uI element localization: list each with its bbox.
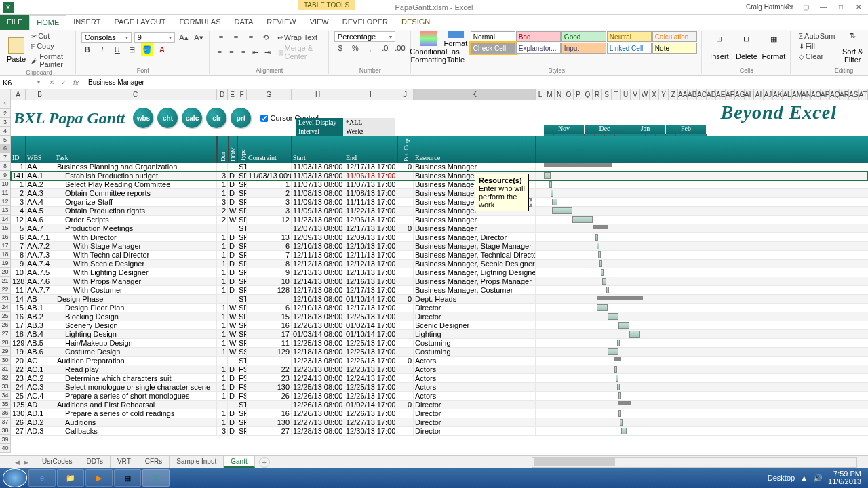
cht-button[interactable]: cht [157,108,178,128]
border-button[interactable]: ⊞ [126,43,138,56]
column-headers[interactable]: ABCDEFGHIJKLMNOPQRSTUVWXYZAAABACADAEAFAG… [0,89,868,100]
align-top-icon[interactable]: ≡ [215,31,227,43]
task-row[interactable]: 26AD.2Auditions1DSF13012/27/13 08:0012/2… [11,418,868,427]
task-row[interactable]: 141AA.1Establish Production budget3DSF11… [11,171,868,180]
tab-formulas[interactable]: FORMULAS [172,15,227,30]
sheet-tab-gantt[interactable]: Gantt [224,456,254,468]
indent-dec-icon[interactable]: ⇤ [251,46,260,58]
percent-icon[interactable]: % [349,42,361,54]
conditional-formatting-button[interactable]: Conditional Formatting [416,31,441,64]
decrease-font-icon[interactable]: A▾ [193,31,205,43]
sheet-tab-vrt[interactable]: VRT [111,456,138,468]
wbs-button[interactable]: wbs [133,108,153,128]
taskbar-explorer-icon[interactable]: 📁 [57,469,84,487]
task-row[interactable]: 19AB.6Costume Design1WSS12912/18/13 08:0… [11,348,868,357]
insert-button[interactable]: ⊞Insert [707,31,732,64]
tab-view[interactable]: VIEW [303,15,336,30]
fx-icon[interactable]: fx [71,79,81,87]
task-row[interactable]: 24AC.3Select monologue or single charact… [11,383,868,392]
tab-review[interactable]: REVIEW [260,15,302,30]
style-explanator-[interactable]: Explanator... [516,43,561,54]
tab-home[interactable]: HOME [29,15,66,30]
taskbar-media-icon[interactable]: ▶ [85,469,113,487]
underline-button[interactable]: U [111,43,123,56]
tab-insert[interactable]: INSERT [66,15,107,30]
cancel-formula-icon[interactable]: ✕ [46,79,57,87]
maximize-icon[interactable]: □ [833,2,849,13]
tab-page layout[interactable]: PAGE LAYOUT [107,15,172,30]
accept-formula-icon[interactable]: ✓ [58,79,69,87]
task-row[interactable]: 2AA.3Obtain Committee reports1DSF211/08/… [11,189,868,198]
style-note[interactable]: Note [652,43,697,54]
select-all-corner[interactable] [0,89,11,100]
align-right-icon[interactable]: ≡ [239,46,248,58]
font-color-button[interactable]: A [156,43,168,56]
dec-decimal-icon[interactable]: .00 [394,42,406,54]
task-row[interactable]: 20ACAudition PreparationST12/23/13 08:00… [11,357,868,365]
cut-button[interactable]: ✂ Cut [28,31,71,41]
bold-button[interactable]: B [81,43,94,56]
task-rows[interactable]: 1AABusiness Planning and OrganizationST1… [11,163,868,436]
format-as-table-button[interactable]: Format as Table [443,31,468,64]
increase-font-icon[interactable]: A▴ [178,31,190,43]
start-button[interactable] [3,468,27,487]
task-row[interactable]: 7AA.7.2With Stage Manager1DSF612/10/13 0… [11,242,868,251]
tab-design[interactable]: DESIGN [395,15,437,30]
align-left-icon[interactable]: ≡ [215,46,224,58]
sheet-tab-ddts[interactable]: DDTs [79,456,110,468]
autosum-button[interactable]: Σ AutoSum [796,31,837,41]
ribbon-options-icon[interactable]: ▢ [797,2,814,13]
fill-button[interactable]: ⬇ Fill [796,41,837,51]
task-row[interactable]: 1AABusiness Planning and OrganizationST1… [11,163,868,171]
close-icon[interactable]: ✕ [850,2,867,13]
style-bad[interactable]: Bad [516,31,561,42]
tab-data[interactable]: DATA [228,15,260,30]
align-mid-icon[interactable]: ≡ [230,31,242,43]
clear-button[interactable]: ◇ Clear [796,52,837,61]
style-normal[interactable]: Normal [471,31,515,42]
calc-button[interactable]: calc [182,108,202,128]
help-icon[interactable]: ? [780,2,796,13]
task-row[interactable]: 22AC.1Read play1DFS2212/23/13 08:0012/23… [11,365,868,374]
style-neutral[interactable]: Neutral [607,31,652,42]
copy-button[interactable]: ⎘ Copy [28,41,71,51]
task-row[interactable]: 14ABDesign PhaseST12/10/13 08:0001/10/14… [11,295,868,304]
row-headers[interactable]: 1234567891011121314151617181920212223242… [0,100,11,453]
prt-button[interactable]: prt [231,108,251,128]
font-size-combo[interactable]: 9▾ [134,32,175,43]
currency-icon[interactable]: $ [334,42,347,54]
task-row[interactable]: 130AD.1Prepare a series of cold readings… [11,409,868,418]
task-row[interactable]: 4AA.5Obtain Production rights2WSF311/09/… [11,207,868,216]
comma-icon[interactable]: , [364,42,376,54]
align-center-icon[interactable]: ≡ [227,46,237,58]
level-display-box[interactable]: Level Display*ALLIntervalWeeks [296,118,395,136]
font-name-combo[interactable]: Consolas▾ [81,32,132,43]
sort-filter-button[interactable]: ⇅Sort & Filter [840,31,865,64]
task-row[interactable]: 11AA.7.7With Costumer1DSF12812/17/13 08:… [11,286,868,295]
windows-taskbar[interactable]: e 📁 ▶ ▦ X Desktop▲🔊 7:59 PM11/6/2013 [0,468,868,488]
align-bot-icon[interactable]: ≡ [245,31,257,43]
task-row[interactable]: 18AB.4Lighting Design1WSF1701/03/14 08:0… [11,330,868,339]
taskbar-ie-icon[interactable]: e [28,469,56,487]
taskbar-app-icon[interactable]: ▦ [114,469,141,487]
italic-button[interactable]: I [96,43,108,56]
task-row[interactable]: 12AA.6Order Scripts2WSF1211/23/13 08:001… [11,216,868,224]
style-good[interactable]: Good [561,31,606,42]
clr-button[interactable]: clr [206,108,226,128]
task-row[interactable]: 9AA.7.4With Scenic Designer1DSF812/12/13… [11,260,868,268]
worksheet-area[interactable]: 1234567891011121314151617181920212223242… [0,100,868,454]
cell-styles-gallery[interactable]: NormalBadGoodNeutralCalculationCheck Cel… [471,31,697,54]
add-sheet-button[interactable]: + [259,457,270,468]
horizontal-scrollbar[interactable] [532,457,857,468]
task-row[interactable]: 10AA.7.5With Lighting Designer1DSF912/13… [11,268,868,277]
task-row[interactable]: 27AD.3Callbacks3DSF2712/28/13 08:0012/30… [11,427,868,436]
task-row[interactable]: 15AB.1Design Floor Plan1WSF612/10/13 08:… [11,304,868,312]
formula-bar[interactable]: Business Manager [84,77,868,87]
tab-developer[interactable]: DEVELOPER [336,15,395,30]
format-button[interactable]: ▦Format [762,31,786,64]
task-row[interactable]: 25AC.4Prepare a series of short monologu… [11,392,868,401]
orientation-icon[interactable]: ⟲ [260,31,272,43]
task-row[interactable]: 3AA.4Organize Staff3DSF311/09/13 08:0011… [11,198,868,207]
minimize-icon[interactable]: — [815,2,831,13]
indent-inc-icon[interactable]: ⇥ [263,46,273,58]
